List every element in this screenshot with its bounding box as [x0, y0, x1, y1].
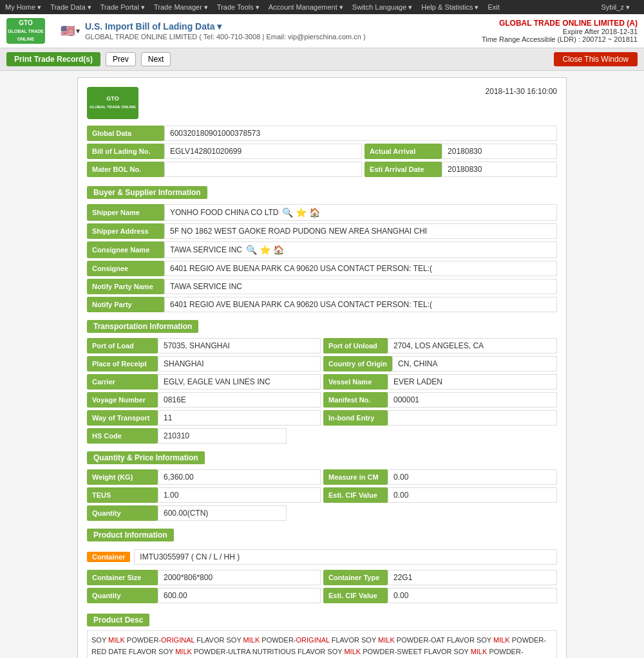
- prod-esti-cif-label: Esti. CIF Value: [323, 588, 388, 603]
- notify-name-label: Notify Party Name: [87, 279, 164, 294]
- voyage-manifest-row: Voyage Number 0816E Manifest No. 000001: [87, 392, 557, 410]
- shipper-home-icon[interactable]: 🏠: [309, 207, 320, 218]
- next-button-top[interactable]: Next: [141, 52, 171, 66]
- container-type-value: 22G1: [388, 570, 557, 585]
- container-size-label: Container Size: [87, 570, 158, 585]
- teus-field: TEUS 1.00: [87, 487, 321, 503]
- voyage-field: Voyage Number 0816E: [87, 392, 321, 408]
- way-inbond-row: Way of Transport 11 In-bond Entry: [87, 410, 557, 428]
- way-transport-field: Way of Transport 11: [87, 410, 321, 426]
- record-card: GTOGLOBAL TRADE ONLINE 2018-11-30 16:10:…: [77, 77, 567, 658]
- port-unload-label: Port of Unload: [323, 338, 388, 353]
- prod-qty-cif-row: Quantity 600.00 Esti. CIF Value 0.00: [87, 588, 557, 606]
- bol-field: Bill of Lading No. EGLV142801020699: [87, 144, 362, 159]
- container-row: Container IMTU3055997 ( CN / L / HH ): [87, 547, 557, 567]
- measure-label: Measure in CM: [323, 469, 388, 485]
- time-range: Time Range Accessible (LDR) : 200712 ~ 2…: [482, 35, 638, 43]
- port-unload-value: 2704, LOS ANGELES, CA: [388, 338, 557, 353]
- notify-party-value: 6401 REGIO AVE BUENA PARK CA 90620 USA C…: [164, 297, 557, 312]
- inbond-label: In-bond Entry: [323, 410, 388, 426]
- carrier-vessel-row: Carrier EGLV, EAGLE VAN LINES INC Vessel…: [87, 374, 557, 392]
- card-logo: GTOGLOBAL TRADE ONLINE: [87, 87, 138, 119]
- global-data-row: Global Data 600320180901000378573: [87, 126, 557, 141]
- shipper-name-row: Shipper Name YONHO FOOD CHINA CO LTD 🔍 ⭐…: [87, 204, 557, 221]
- shipper-action-icons: 🔍 ⭐ 🏠: [282, 207, 320, 218]
- top-navigation: My Home ▾ Trade Data ▾ Trade Portal ▾ Tr…: [0, 0, 644, 14]
- weight-measure-row: Weight (KG) 6,360.00 Measure in CM 0.00: [87, 469, 557, 487]
- shipper-star-icon[interactable]: ⭐: [296, 207, 307, 218]
- hs-code-label: HS Code: [87, 428, 158, 444]
- quantity-row: Quantity 600.00(CTN): [87, 505, 557, 521]
- voyage-label: Voyage Number: [87, 392, 158, 408]
- container-size-type-row: Container Size 2000*806*800 Container Ty…: [87, 570, 557, 588]
- product-title: Product Information: [87, 529, 174, 541]
- actual-arrival-field: Actual Arrival 20180830: [365, 144, 557, 159]
- logo-area: GTOGLOBAL TRADE ONLINE: [6, 18, 45, 44]
- notify-name-value: TAWA SERVICE INC: [164, 279, 557, 294]
- manifest-value: 000001: [388, 392, 557, 408]
- nav-account-mgmt[interactable]: Account Management ▾: [269, 3, 343, 12]
- master-bol-label: Mater BOL No.: [87, 162, 164, 177]
- logo-box: GTOGLOBAL TRADE ONLINE: [6, 18, 45, 44]
- nav-trade-tools[interactable]: Trade Tools ▾: [217, 3, 260, 12]
- close-button-top[interactable]: Close This Window: [554, 52, 638, 66]
- logo-text: GTOGLOBAL TRADE ONLINE: [6, 19, 45, 42]
- actual-arrival-value: 20180830: [442, 144, 557, 159]
- weight-field: Weight (KG) 6,360.00: [87, 469, 321, 485]
- country-origin-label: Country of Origin: [323, 356, 392, 371]
- container-size-field: Container Size 2000*806*800: [87, 570, 321, 585]
- way-transport-label: Way of Transport: [87, 410, 158, 426]
- measure-field: Measure in CM 0.00: [323, 469, 557, 485]
- nav-help-statistics[interactable]: Help & Statistics ▾: [421, 3, 478, 12]
- product-desc-wrap: Product Desc SOY MILK POWDER-ORIGINAL FL…: [87, 610, 557, 658]
- inbond-field: In-bond Entry: [323, 410, 557, 426]
- print-button-top[interactable]: Print Trade Record(s): [6, 52, 100, 66]
- consignee-name-label: Consignee Name: [87, 241, 164, 258]
- shipper-address-label: Shipper Address: [87, 223, 164, 239]
- nav-trade-manager[interactable]: Trade Manager ▾: [154, 3, 208, 12]
- consignee-label: Consignee: [87, 261, 164, 276]
- card-header: GTOGLOBAL TRADE ONLINE 2018-11-30 16:10:…: [87, 87, 557, 119]
- bol-row: Bill of Lading No. EGLV142801020699 Actu…: [87, 144, 557, 162]
- port-load-value: 57035, SHANGHAI: [158, 338, 321, 353]
- prod-quantity-field: Quantity 600.00: [87, 588, 321, 603]
- header-center: U.S. Import Bill of Lading Data ▾ GLOBAL…: [85, 21, 482, 41]
- main-content: GTOGLOBAL TRADE ONLINE 2018-11-30 16:10:…: [0, 71, 644, 658]
- user-menu[interactable]: Sybil_z ▾: [601, 3, 630, 12]
- prod-esti-cif-field: Esti. CIF Value 0.00: [323, 588, 557, 603]
- consignee-home-icon[interactable]: 🏠: [273, 245, 284, 255]
- port-load-field: Port of Load 57035, SHANGHAI: [87, 338, 321, 353]
- nav-exit[interactable]: Exit: [488, 3, 499, 11]
- carrier-field: Carrier EGLV, EAGLE VAN LINES INC: [87, 374, 321, 390]
- bol-value: EGLV142801020699: [164, 144, 362, 159]
- consignee-search-icon[interactable]: 🔍: [246, 245, 257, 255]
- prev-button-top[interactable]: Prev: [106, 52, 136, 66]
- master-bol-row: Mater BOL No. Esti Arrival Date 20180830: [87, 162, 557, 180]
- shipper-name-label: Shipper Name: [87, 204, 164, 221]
- card-datetime: 2018-11-30 16:10:00: [486, 87, 557, 96]
- shipper-search-icon[interactable]: 🔍: [282, 207, 293, 218]
- nav-trade-data[interactable]: Trade Data ▾: [50, 3, 91, 12]
- product-desc-title: Product Desc: [87, 614, 149, 626]
- prod-quantity-label: Quantity: [87, 588, 158, 603]
- place-country-row: Place of Receipt SHANGHAI Country of Ori…: [87, 356, 557, 374]
- header-bar: GTOGLOBAL TRADE ONLINE 🇺🇸 ▾ U.S. Import …: [0, 14, 644, 48]
- place-receipt-field: Place of Receipt SHANGHAI: [87, 356, 321, 371]
- nav-my-home[interactable]: My Home ▾: [5, 3, 41, 12]
- consignee-name-value: TAWA SERVICE INC 🔍 ⭐ 🏠: [164, 241, 557, 258]
- consignee-star-icon[interactable]: ⭐: [260, 245, 270, 255]
- teus-cif-row: TEUS 1.00 Esti. CIF Value 0.00: [87, 487, 557, 505]
- nav-switch-language[interactable]: Switch Language ▾: [352, 3, 412, 12]
- shipper-address-value: 5F NO 1862 WEST GAOKE ROAD PUDONG NEW AR…: [164, 223, 557, 239]
- carrier-label: Carrier: [87, 374, 158, 390]
- buyer-supplier-title: Buyer & Supplier Information: [87, 186, 207, 199]
- nav-trade-portal[interactable]: Trade Portal ▾: [100, 3, 145, 12]
- notify-party-label: Notify Party: [87, 297, 164, 312]
- actual-arrival-label: Actual Arrival: [365, 144, 442, 159]
- card-logo-text: GTOGLOBAL TRADE ONLINE: [90, 95, 136, 110]
- consignee-value: 6401 REGIO AVE BUENA PARK CA 90620 USA C…: [164, 261, 557, 276]
- place-receipt-label: Place of Receipt: [87, 356, 158, 371]
- port-row: Port of Load 57035, SHANGHAI Port of Unl…: [87, 338, 557, 356]
- teus-label: TEUS: [87, 487, 158, 503]
- vessel-name-field: Vessel Name EVER LADEN: [323, 374, 557, 390]
